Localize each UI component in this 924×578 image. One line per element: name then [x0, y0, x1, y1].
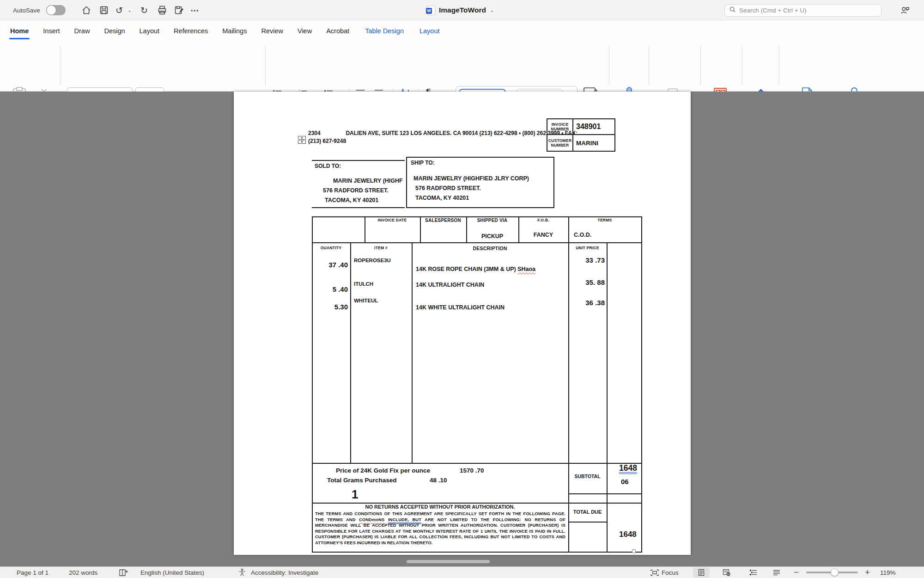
ship-to-line: MARIN JEWELRY (HIGHFIED JLRY CORP) — [413, 175, 529, 182]
word-document-icon: W — [427, 6, 435, 15]
header-shipped-via: SHIPPED VIA — [466, 218, 518, 223]
redo-icon[interactable]: ↻ — [140, 0, 148, 20]
tab-review[interactable]: Review — [260, 25, 284, 37]
tab-design[interactable]: Design — [103, 25, 126, 37]
subtotal-cents: 06 — [621, 478, 629, 486]
letterhead-line1: 2304 DALIEN AVE, SUITE 123 LOS ANGELES. … — [308, 130, 578, 136]
spellcheck-flagged-text: SHaoa — [517, 266, 535, 272]
focus-button[interactable]: Focus — [650, 567, 679, 578]
grams-purchased-label: Total Grams Purchased — [327, 477, 397, 484]
more-commands-icon[interactable]: ⋯ — [190, 0, 199, 20]
tab-table-design[interactable]: Table Design — [364, 25, 405, 37]
tab-layout[interactable]: Layout — [139, 25, 161, 37]
autosave-toggle[interactable] — [46, 0, 66, 20]
grams-purchased-value: 48 .10 — [430, 477, 447, 484]
zoom-in-button[interactable]: + — [865, 567, 870, 578]
item-qty: 5 .40 — [312, 285, 348, 293]
word-app-window: { "titlebar": { "autosave": "AutoSave", … — [0, 0, 924, 578]
tab-insert[interactable]: Insert — [42, 25, 61, 37]
item-qty: 37 .40 — [312, 261, 348, 269]
item-price: 35. 88 — [568, 278, 605, 286]
gold-line-3: 1 — [352, 487, 358, 502]
table-resize-handle[interactable] — [632, 549, 636, 553]
save-icon[interactable] — [99, 5, 109, 15]
document-title[interactable]: ImageToWord — [439, 6, 486, 14]
tab-references[interactable]: References — [173, 25, 209, 37]
zoom-level[interactable]: 119% — [880, 567, 896, 578]
language-status[interactable]: English (United States) — [140, 567, 204, 578]
table-move-handle-icon[interactable] — [298, 136, 306, 144]
tab-acrobat[interactable]: Acrobat — [325, 25, 350, 37]
no-returns-notice: NO RETURNS ACCEPTED WITHOUT PRIOR AUTHOR… — [312, 504, 568, 510]
item-desc: 14K WHITE ULTRALIGHT CHAIN — [416, 304, 505, 311]
subtotal-label: SUBTOTAL — [568, 473, 607, 479]
print-icon[interactable] — [157, 5, 167, 15]
item-desc: 14K ULTRALIGHT CHAIN — [416, 282, 484, 288]
sold-to-line: MARIN JEWELRY (HIGHF — [333, 178, 403, 184]
customer-number-label: CUSTOMERNUMBER — [547, 135, 573, 151]
invoice-number-value: 348901 — [573, 119, 614, 135]
proofing-status-icon[interactable] — [118, 567, 128, 578]
web-layout-view-button[interactable] — [718, 567, 735, 578]
horizontal-scrollbar[interactable] — [407, 560, 490, 563]
save-as-icon[interactable] — [174, 5, 184, 15]
document-canvas[interactable]: 2304 DALIEN AVE, SUITE 123 LOS ANGELES. … — [0, 92, 924, 566]
tab-home[interactable]: Home — [9, 25, 30, 37]
item-code: ITULCH — [354, 281, 373, 287]
gold-fix-value: 1570 .70 — [460, 467, 484, 474]
word-count[interactable]: 202 words — [69, 567, 97, 578]
document-page[interactable]: 2304 DALIEN AVE, SUITE 123 LOS ANGELES. … — [234, 92, 691, 555]
tab-mailings[interactable]: Mailings — [221, 25, 248, 37]
ship-to-label: SHIP TO: — [407, 158, 553, 166]
title-chevron-icon[interactable]: ⌄ — [490, 7, 494, 13]
draft-view-button[interactable] — [768, 567, 785, 578]
total-due-label: TOTAL DUE — [568, 509, 607, 515]
sold-to-line: 576 RADFORD STREET. — [323, 187, 389, 194]
ribbon-tabs: Home Insert Draw Design Layout Reference… — [9, 20, 441, 42]
letterhead-address: DALIEN AVE, SUITE 123 LOS ANGELES. CA 90… — [346, 130, 578, 136]
print-layout-view-button[interactable] — [693, 567, 710, 578]
home-icon[interactable] — [81, 5, 91, 15]
search-input[interactable] — [739, 7, 869, 14]
ribbon-tab-row: Home Insert Draw Design Layout Reference… — [0, 20, 924, 42]
item-price: 33 .73 — [568, 256, 605, 264]
header-description: DESCRIPTION — [412, 246, 568, 251]
focus-label: Focus — [662, 569, 679, 576]
search-box[interactable] — [724, 4, 881, 17]
tab-draw[interactable]: Draw — [73, 25, 91, 37]
accessibility-icon[interactable] — [238, 567, 246, 578]
letterhead-line2: (213) 627-9248 — [308, 138, 346, 144]
item-price: 36 .38 — [568, 299, 605, 307]
tab-view[interactable]: View — [297, 25, 313, 37]
accessibility-status[interactable]: Accessibility: Investigate — [251, 567, 318, 578]
invoice-number-label: INVOICENUMBER — [547, 119, 573, 135]
tab-table-layout[interactable]: Layout — [419, 25, 441, 37]
undo-icon[interactable]: ↺ — [116, 0, 123, 20]
undo-chevron-icon[interactable]: ⌄ — [128, 0, 132, 20]
item-qty: 5.30 — [312, 303, 348, 311]
customer-number-value: MARINI — [573, 135, 614, 151]
item-code: WHITEUL — [354, 298, 378, 303]
document-title-group[interactable]: W ImageToWord ⌄ — [427, 0, 494, 20]
ship-to-box: SHIP TO: MARIN JEWELRY (HIGHFIED JLRY CO… — [406, 157, 554, 208]
terms-and-conditions: THE TERMS AND CONDITIONS OF THIS AGREEME… — [315, 511, 565, 546]
search-icon — [729, 6, 736, 15]
item-code: ROPEROSE3U — [354, 258, 391, 263]
header-salesperson: SALESPERSON — [420, 218, 466, 223]
ship-to-line: TACOMA, KY 40201 — [415, 195, 469, 201]
sold-to-line: TACOMA, KY 40201 — [325, 197, 378, 203]
subtotal-value: 1648 — [619, 463, 637, 473]
outline-view-button[interactable] — [745, 567, 761, 578]
page-count[interactable]: Page 1 of 1 — [17, 567, 49, 578]
status-bar: Page 1 of 1 202 words English (United St… — [0, 566, 924, 578]
gold-fix-label: Price of 24K Gold Fix per ounce — [336, 467, 430, 474]
title-bar: AutoSave ↺ ⌄ ↻ ⋯ W ImageToWord ⌄ — [0, 0, 924, 20]
zoom-slider-thumb[interactable] — [831, 568, 839, 576]
presence-people-icon[interactable] — [900, 5, 910, 15]
header-fob: F.O.B. — [518, 218, 568, 222]
fob-value: FANCY — [518, 232, 568, 238]
header-unit-price: UNIT PRICE — [568, 246, 607, 250]
header-quantity: OUANTITY — [312, 246, 350, 250]
zoom-out-button[interactable]: − — [794, 567, 799, 578]
sold-to-box: SOLD TO: MARIN JEWELRY (HIGHF 576 RADFOR… — [312, 160, 405, 208]
